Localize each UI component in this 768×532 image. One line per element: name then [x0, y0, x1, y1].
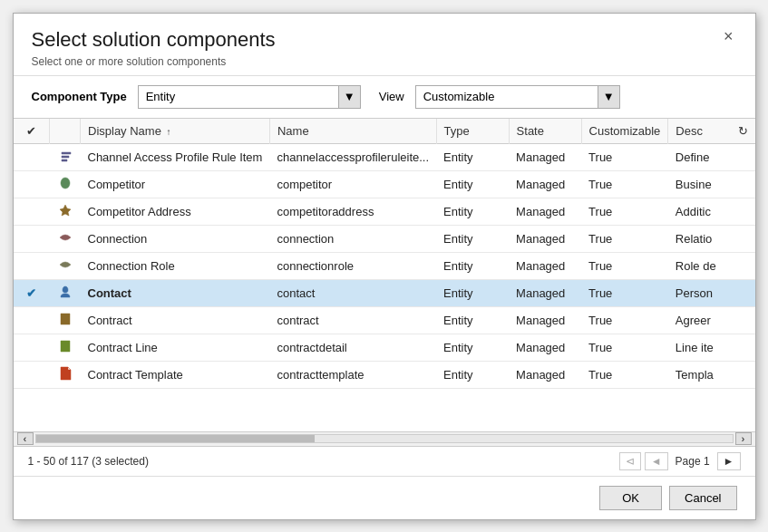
next-page-button[interactable]: ► [717, 452, 741, 470]
table-row[interactable]: Contract Line contractdetail Entity Mana… [14, 334, 755, 361]
row-icon [50, 279, 81, 306]
sort-arrow-display: ↑ [167, 127, 171, 137]
table-row[interactable]: Competitor competitor Entity Managed Tru… [14, 170, 755, 198]
table-row[interactable]: Channel Access Profile Rule Item channel… [14, 143, 755, 170]
row-type: Entity [436, 334, 509, 361]
row-state: Managed [509, 143, 581, 170]
hscroll-right-btn[interactable]: › [735, 432, 752, 445]
row-type: Entity [436, 170, 509, 198]
row-name: connectionrole [269, 252, 436, 279]
row-icon [50, 225, 81, 252]
hscroll-track [35, 434, 734, 443]
row-desc: Role de [668, 252, 755, 279]
row-type: Entity [436, 279, 509, 306]
table-area: ✔ Display Name ↑ Name Type State Customi… [14, 119, 755, 476]
row-customizable: True [581, 143, 668, 170]
close-button[interactable]: × [720, 28, 737, 44]
entity-icon [57, 176, 73, 190]
row-icon [50, 170, 81, 198]
hscroll-bar[interactable]: ‹ › [14, 431, 755, 446]
pagination-controls: ⊲ ◄ Page 1 ► [619, 452, 741, 470]
dialog-subtitle: Select one or more solution components [32, 55, 276, 68]
view-label: View [379, 90, 404, 103]
entity-icon [57, 230, 73, 245]
row-check[interactable]: ✔ [14, 279, 50, 306]
component-type-dropdown-arrow[interactable]: ▼ [338, 86, 360, 108]
row-name: channelaccessprofileruleite... [269, 143, 436, 170]
th-name[interactable]: Name [269, 119, 436, 144]
dialog-header: Select solution components Select one or… [14, 14, 755, 76]
table-row[interactable]: Contract Template contracttemplate Entit… [14, 361, 755, 388]
table-row[interactable]: Competitor Address competitoraddress Ent… [14, 198, 755, 225]
row-check[interactable] [14, 198, 50, 225]
row-state: Managed [509, 361, 581, 388]
pagination-summary: 1 - 50 of 117 (3 selected) [28, 455, 149, 468]
hscroll-left-btn[interactable]: ‹ [17, 432, 34, 445]
refresh-icon[interactable]: ↻ [738, 124, 748, 138]
row-name: connection [269, 225, 436, 252]
row-display-name: Competitor Address [81, 198, 270, 225]
row-state: Managed [509, 225, 581, 252]
row-display-name: Contract Line [81, 334, 270, 361]
row-type: Entity [436, 198, 509, 225]
dialog: Select solution components Select one or… [13, 13, 756, 520]
table-row[interactable]: ✔ Contact contact Entity Managed True Pe… [14, 279, 755, 306]
view-select[interactable]: Customizable ▼ [415, 85, 620, 109]
row-type: Entity [436, 143, 509, 170]
th-desc[interactable]: Desc ↻ [668, 119, 755, 144]
entity-table: ✔ Display Name ↑ Name Type State Customi… [14, 119, 755, 389]
row-customizable: True [581, 225, 668, 252]
first-page-button[interactable]: ⊲ [619, 452, 641, 470]
row-state: Managed [509, 334, 581, 361]
row-type: Entity [436, 361, 509, 388]
row-display-name: Contract Template [81, 361, 270, 388]
table-row[interactable]: Connection connection Entity Managed Tru… [14, 225, 755, 252]
component-type-value: Entity [139, 90, 338, 103]
table-body: Channel Access Profile Rule Item channel… [14, 143, 755, 388]
prev-page-button[interactable]: ◄ [645, 452, 668, 470]
entity-icon [57, 285, 73, 299]
entity-icon [57, 257, 73, 272]
th-state[interactable]: State [509, 119, 581, 144]
cancel-button[interactable]: Cancel [669, 486, 736, 510]
row-name: contract [269, 306, 436, 334]
th-type[interactable]: Type [436, 119, 509, 144]
row-name: contact [269, 279, 436, 306]
table-header-row: ✔ Display Name ↑ Name Type State Customi… [14, 119, 755, 144]
view-dropdown-arrow[interactable]: ▼ [598, 86, 619, 108]
row-state: Managed [509, 306, 581, 334]
row-customizable: True [581, 170, 668, 198]
row-icon [50, 198, 81, 225]
row-check[interactable] [14, 143, 50, 170]
row-type: Entity [436, 306, 509, 334]
row-desc: Busine [668, 170, 755, 198]
row-check[interactable] [14, 334, 50, 361]
row-display-name: Contract [81, 306, 270, 334]
table-row[interactable]: Contract contract Entity Managed True Ag… [14, 306, 755, 334]
th-customizable[interactable]: Customizable [581, 119, 668, 144]
row-desc: Line ite [668, 334, 755, 361]
table-container[interactable]: ✔ Display Name ↑ Name Type State Customi… [14, 119, 755, 431]
row-customizable: True [581, 252, 668, 279]
ok-button[interactable]: OK [599, 486, 662, 510]
row-desc: Additic [668, 198, 755, 225]
row-customizable: True [581, 334, 668, 361]
row-check[interactable] [14, 306, 50, 334]
component-type-select[interactable]: Entity ▼ [138, 85, 361, 109]
row-check[interactable] [14, 361, 50, 388]
row-check[interactable] [14, 225, 50, 252]
entity-icon [57, 312, 73, 326]
row-desc: Agreer [668, 306, 755, 334]
row-name: competitor [269, 170, 436, 198]
hscroll-thumb [36, 435, 315, 442]
row-display-name: Competitor [81, 170, 270, 198]
th-display-name[interactable]: Display Name ↑ [81, 119, 270, 144]
row-state: Managed [509, 252, 581, 279]
row-state: Managed [509, 279, 581, 306]
footer: OK Cancel [14, 476, 755, 519]
row-display-name: Channel Access Profile Rule Item [81, 143, 270, 170]
table-row[interactable]: Connection Role connectionrole Entity Ma… [14, 252, 755, 279]
page-current: Page 1 [676, 455, 710, 468]
row-check[interactable] [14, 170, 50, 198]
row-check[interactable] [14, 252, 50, 279]
